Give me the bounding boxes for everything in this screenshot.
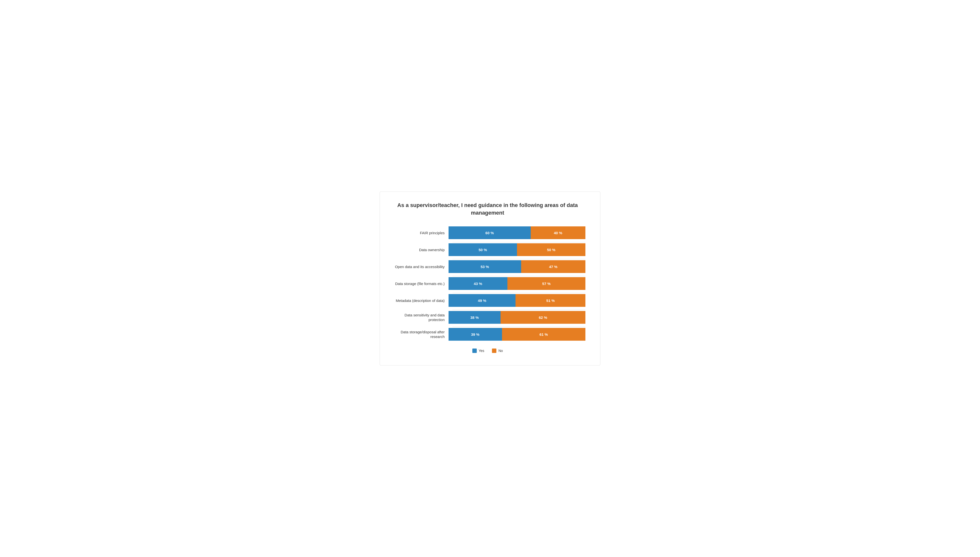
chart-area: FAIR principles60 %40 %Data ownership50 … <box>390 226 585 343</box>
legend-label-no: No <box>498 349 503 353</box>
bar-label: Data storage (file formats etc.) <box>390 281 449 286</box>
bar-label: Metadata (description of data) <box>390 298 449 303</box>
bar-track: 50 %50 % <box>449 243 585 256</box>
bar-segment-no: 61 % <box>502 328 585 341</box>
legend-color-no <box>492 349 497 353</box>
row-divider <box>453 259 585 259</box>
bar-segment-no: 50 % <box>517 243 585 256</box>
bar-track: 43 %57 % <box>449 277 585 290</box>
bar-track: 60 %40 % <box>449 226 585 239</box>
bar-label: Data sensitivity and data protection <box>390 313 449 322</box>
bar-row: Data ownership50 %50 % <box>390 243 585 256</box>
legend-item-yes: Yes <box>472 349 484 353</box>
bar-row: Metadata (description of data)49 %51 % <box>390 294 585 307</box>
bar-track: 49 %51 % <box>449 294 585 307</box>
bar-track: 38 %62 % <box>449 311 585 324</box>
bar-segment-no: 40 % <box>531 226 585 239</box>
chart-title: As a supervisor/teacher, I need guidance… <box>390 202 585 217</box>
bar-track: 53 %47 % <box>449 260 585 273</box>
bar-row: Data storage/disposal after research39 %… <box>390 328 585 341</box>
bar-segment-no: 51 % <box>516 294 585 307</box>
bar-label: Open data and its accessibility <box>390 264 449 269</box>
row-divider <box>453 276 585 276</box>
bar-label: FAIR principles <box>390 231 449 235</box>
bar-segment-no: 57 % <box>508 277 585 290</box>
chart-container: As a supervisor/teacher, I need guidance… <box>379 192 601 366</box>
bar-segment-yes: 60 % <box>449 226 531 239</box>
row-divider <box>453 327 585 327</box>
bar-segment-yes: 43 % <box>449 277 508 290</box>
bar-segment-yes: 49 % <box>449 294 516 307</box>
legend-item-no: No <box>492 349 503 353</box>
bar-row: Open data and its accessibility53 %47 % <box>390 260 585 273</box>
bar-track: 39 %61 % <box>449 328 585 341</box>
chart-legend: Yes No <box>390 349 585 353</box>
bar-row: Data sensitivity and data protection38 %… <box>390 311 585 324</box>
bar-segment-no: 47 % <box>521 260 585 273</box>
bar-row: FAIR principles60 %40 % <box>390 226 585 239</box>
bar-label: Data ownership <box>390 248 449 252</box>
bar-segment-yes: 38 % <box>449 311 501 324</box>
bar-segment-no: 62 % <box>501 311 585 324</box>
legend-color-yes <box>472 349 477 353</box>
bar-row: Data storage (file formats etc.)43 %57 % <box>390 277 585 290</box>
bar-segment-yes: 53 % <box>449 260 521 273</box>
bar-segment-yes: 39 % <box>449 328 502 341</box>
bar-label: Data storage/disposal after research <box>390 330 449 339</box>
legend-label-yes: Yes <box>479 349 484 353</box>
bar-segment-yes: 50 % <box>449 243 517 256</box>
